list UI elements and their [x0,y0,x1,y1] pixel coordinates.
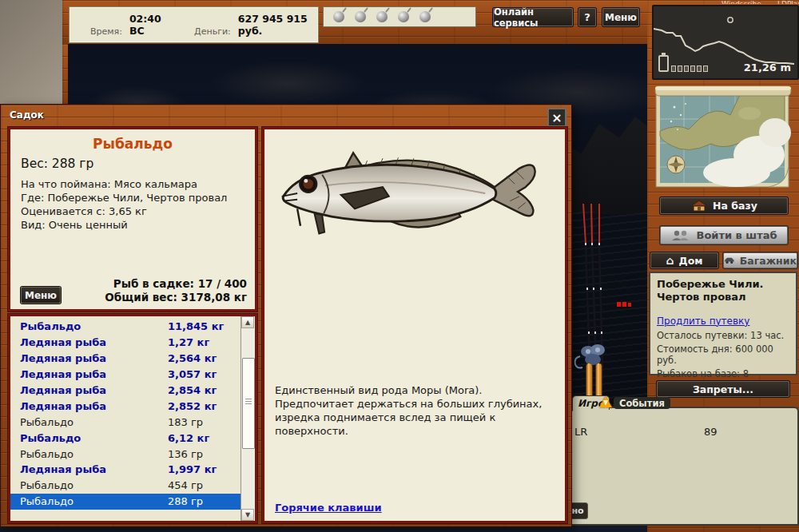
keepnet-menu-button[interactable]: Меню [21,287,61,304]
fish-description: Единственный вид рода Моры (Mora). Предп… [275,383,551,438]
ticket-left-line: Осталось путевки: 13 час. [657,330,789,341]
fishing-rods [559,200,647,399]
depth-value: 21,26 m [744,62,791,73]
bell-icon[interactable] [376,11,388,22]
keepnet-count: Рыб в садке: 17 / 400 [105,277,247,291]
list-item-weight: 6,12 кг [168,432,209,444]
scrollbar[interactable]: ▲ ▼ [240,316,255,521]
people-icon [670,230,691,240]
list-item-name: Рыбальдо [20,416,168,428]
trunk-label: Багажник [740,255,797,267]
minimap[interactable] [654,81,793,190]
list-item-name: Ледяная рыба [20,463,168,475]
list-item-name: Ледяная рыба [20,352,168,364]
list-item-name: Рыбальдо [20,432,168,444]
scroll-down-icon[interactable]: ▼ [241,509,254,521]
fish-list: Рыбальдо11,845 кгЛедяная рыба1,27 кгЛедя… [10,319,241,518]
home-label: Дом [679,255,703,267]
sonar-marker [728,18,733,22]
home-icon: ⌂ [666,256,674,264]
lodge-icon [690,200,708,212]
desktop-icon-label: Windscribe [721,0,761,4]
list-item-name: Ледяная рыба [20,368,168,380]
status-bar: Время: 02:40 ВС Деньги: 627 945 915 руб. [69,6,319,43]
list-item-name: Ледяная рыба [20,400,168,412]
chat-message-right: 89 [704,426,718,438]
car-icon [724,256,735,264]
extend-ticket-link[interactable]: Продлить путевку [657,316,749,327]
hotkeys-link[interactable]: Горячие клавиши [275,502,382,514]
fish-bait-line: На что поймана: Мясо кальмара [21,177,227,191]
desktop-icon-label: LDPlay [777,0,799,4]
day-cost-line: Стоимость дня: 600 000 руб. [657,343,789,366]
list-item[interactable]: Рыбальдо183 гр [10,414,241,430]
list-item[interactable]: Рыбальдо454 гр [10,478,241,494]
list-item-name: Рыбальдо [20,448,168,460]
menu-button[interactable]: Меню [602,8,639,26]
warning-icon [599,396,612,407]
bell-icon[interactable] [419,11,431,22]
keepnet-dialog: Садок × Рыбальдо Вес: 288 гр На что пойм… [0,104,572,527]
list-item-weight: 1,997 кг [168,463,217,475]
fish-name-heading: Рыбальдо [10,136,255,152]
list-item[interactable]: Ледяная рыба2,564 кг [10,351,241,367]
list-item[interactable]: Ледяная рыба2,854 кг [10,383,241,399]
to-base-button[interactable]: На базу [660,197,788,214]
list-item[interactable]: Ледяная рыба1,27 кг [10,335,241,351]
list-item-weight: 136 гр [168,448,203,460]
money-value: 627 945 915 руб. [238,13,318,37]
list-item[interactable]: Рыбальдо288 гр [10,494,241,510]
chat-message-left: LR [574,426,587,438]
enter-hq-button[interactable]: Войти в штаб [660,226,788,244]
list-item-name: Ледяная рыба [20,336,168,348]
fish-illustration [274,137,546,273]
to-base-label: На базу [713,200,757,212]
chat-panel: LR 89 [570,407,799,526]
list-item-name: Рыбальдо [20,320,168,332]
list-item[interactable]: Рыбальдо136 гр [10,446,241,462]
list-item-weight: 3,057 кг [168,368,217,380]
fish-info-panel: Рыбальдо Вес: 288 гр На что поймана: Мяс… [8,127,257,312]
close-icon[interactable]: × [547,108,566,127]
scroll-up-icon[interactable]: ▲ [241,316,254,328]
bell-icon[interactable] [398,11,409,22]
list-item[interactable]: Ледяная рыба3,057 кг [10,367,241,383]
fishers-line: Рыбаков на базе: 8 [657,368,789,379]
tab-events[interactable]: События [614,397,670,409]
keepnet-total-weight: Общий вес: 3178,08 кг [105,291,247,304]
list-item-name: Рыбальдо [20,479,168,491]
home-button[interactable]: ⌂ Дом [650,252,718,268]
list-item-weight: 183 гр [168,416,203,428]
location-panel: Побережье Чили. Чертов провал Продлить п… [649,272,797,375]
enter-hq-label: Войти в штаб [696,229,777,241]
help-button[interactable]: ? [578,8,596,26]
location-title: Побережье Чили. Чертов провал [657,278,789,304]
list-item-weight: 2,564 кг [168,352,217,364]
list-item[interactable]: Рыбальдо6,12 кг [10,430,241,446]
list-item-weight: 454 гр [168,479,203,491]
bells-panel [323,6,476,27]
battery-cells-icon [671,66,708,72]
depth-finder-panel: 21,26 m [652,5,799,80]
list-item-weight: 2,854 кг [168,384,217,396]
bans-button[interactable]: Запреты... [657,381,789,397]
list-item[interactable]: Ледяная рыба1,997 кг [10,462,241,478]
trunk-button[interactable]: Багажник [723,252,797,268]
fish-kind-line: Вид: Очень ценный [21,218,227,232]
fish-view-panel: Единственный вид рода Моры (Mora). Предп… [262,127,567,523]
bell-icon[interactable] [333,11,344,22]
online-services-button[interactable]: Онлайн сервисы [493,8,573,26]
money-label: Деньги: [194,26,231,37]
list-item-weight: 2,852 кг [168,400,217,412]
compass-icon [667,156,685,173]
fish-where-line: Где: Побережье Чили, Чертов провал [21,191,227,204]
scrollbar-thumb[interactable] [242,358,255,449]
window-frame-left [62,44,68,112]
list-item[interactable]: Ледяная рыба2,852 кг [10,398,241,414]
desktop-background [0,0,64,112]
list-item-name: Ледяная рыба [20,384,168,396]
time-value: 02:40 ВС [129,13,171,37]
list-item[interactable]: Рыбальдо11,845 кг [10,319,241,335]
bell-icon[interactable] [355,11,366,22]
list-item-name: Рыбальдо [20,495,168,507]
